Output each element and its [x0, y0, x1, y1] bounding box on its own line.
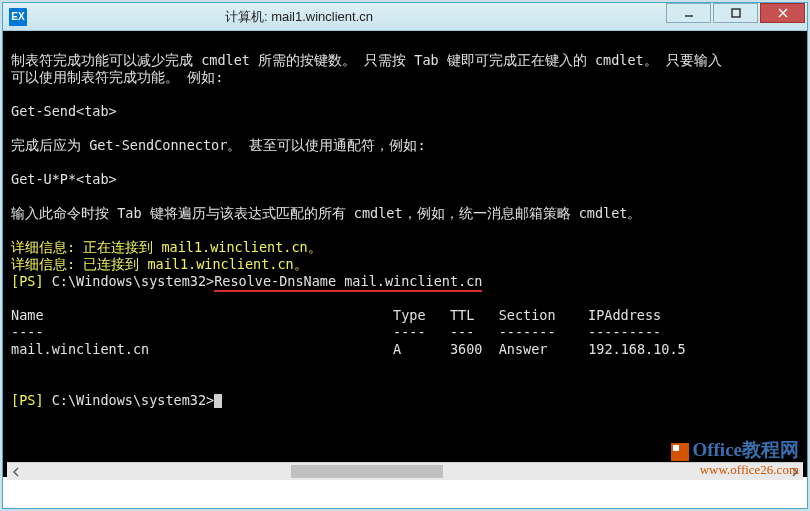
horizontal-scrollbar[interactable]: [7, 462, 803, 480]
verbose-connecting: 详细信息: 正在连接到 mail1.winclient.cn。: [11, 239, 322, 255]
close-icon: [778, 8, 788, 18]
dns-row-ttl: 3600: [450, 341, 483, 357]
minimize-button[interactable]: [666, 3, 711, 23]
prompt-line-2: [PS] C:\Windows\system32>: [11, 392, 222, 408]
dns-row-name: mail.winclient.cn: [11, 341, 149, 357]
prompt-line-1: [PS] C:\Windows\system32>Resolve-DnsName…: [11, 273, 482, 292]
cursor: [214, 394, 222, 408]
titlebar[interactable]: EX 计算机: mail1.winclient.cn: [3, 3, 807, 31]
app-icon: EX: [9, 8, 27, 26]
close-button[interactable]: [760, 3, 805, 23]
verbose-connected: 详细信息: 已连接到 mail1.winclient.cn。: [11, 256, 308, 272]
window-controls: [665, 3, 807, 30]
help-line-2: 可以使用制表符完成功能。 例如:: [11, 69, 223, 85]
help-line-1: 制表符完成功能可以减少完成 cmdlet 所需的按键数。 只需按 Tab 键即可…: [11, 52, 722, 68]
dns-row-section: Answer: [499, 341, 548, 357]
typed-command: Resolve-DnsName mail.winclient.cn: [214, 273, 482, 292]
dns-row-type: A: [393, 341, 401, 357]
maximize-button[interactable]: [713, 3, 758, 23]
window-title: 计算机: mail1.winclient.cn: [33, 8, 665, 26]
scroll-thumb[interactable]: [291, 465, 443, 478]
maximize-icon: [731, 8, 741, 18]
chevron-left-icon: [11, 467, 21, 477]
scroll-track[interactable]: [24, 463, 786, 480]
help-tab-desc: 输入此命令时按 Tab 键将遍历与该表达式匹配的所有 cmdlet，例如，统一消…: [11, 205, 641, 221]
terminal-output[interactable]: 制表符完成功能可以减少完成 cmdlet 所需的按键数。 只需按 Tab 键即可…: [3, 31, 807, 477]
chevron-right-icon: [790, 467, 800, 477]
dns-row-ip: 192.168.10.5: [588, 341, 686, 357]
svg-rect-1: [732, 9, 740, 17]
scroll-left-button[interactable]: [7, 463, 24, 480]
minimize-icon: [684, 8, 694, 18]
example-getu: Get-U*P*<tab>: [11, 171, 117, 187]
example-getsend: Get-Send<tab>: [11, 103, 117, 119]
help-complete: 完成后应为 Get-SendConnector。 甚至可以使用通配符，例如:: [11, 137, 426, 153]
app-window: EX 计算机: mail1.winclient.cn 制表符完成功能可以减少完成…: [2, 2, 808, 509]
scroll-right-button[interactable]: [786, 463, 803, 480]
dns-table: Name Type TTL Section IPAddress ---- ---…: [11, 307, 686, 357]
